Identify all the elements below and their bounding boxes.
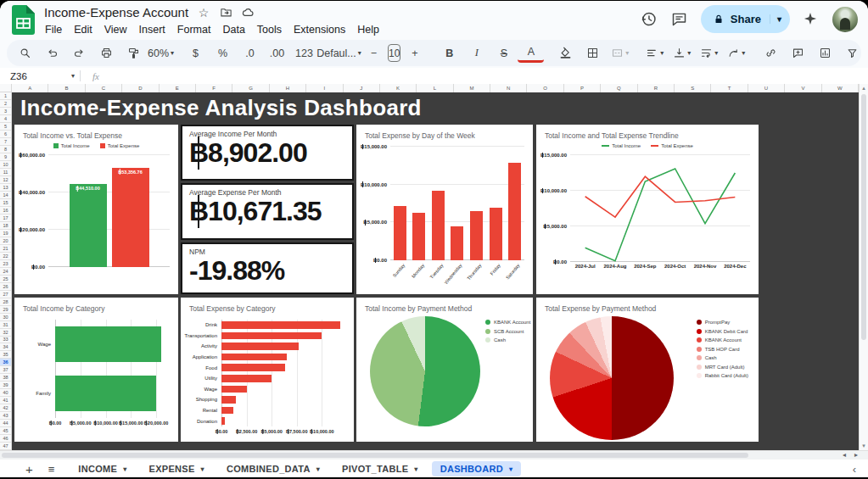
row-header-32[interactable]: 32 [0, 329, 11, 337]
row-header-46[interactable]: 46 [0, 435, 11, 443]
row-header-34[interactable]: 34 [0, 343, 11, 351]
fill-color-button[interactable] [552, 42, 579, 64]
borders-button[interactable] [580, 42, 606, 64]
column-header-N[interactable]: N [490, 84, 527, 92]
row-header-29[interactable]: 29 [0, 306, 11, 314]
column-header-M[interactable]: M [454, 84, 490, 92]
row-header-22[interactable]: 22 [0, 253, 11, 260]
column-header-W[interactable]: W [822, 84, 859, 92]
insert-comment-button[interactable] [785, 42, 811, 64]
caret-down-icon[interactable]: ▾ [123, 465, 126, 473]
row-header-41[interactable]: 41 [0, 397, 11, 404]
sheet-tab-expense[interactable]: EXPENSE▾ [141, 461, 213, 476]
row-header-14[interactable]: 14 [0, 192, 11, 199]
column-header-L[interactable]: L [417, 84, 453, 92]
column-header-A[interactable]: A [12, 84, 48, 92]
search-icon[interactable] [12, 42, 38, 64]
row-header-18[interactable]: 18 [0, 222, 11, 230]
more-formats-button[interactable]: 123 [291, 42, 317, 64]
row-header-20[interactable]: 20 [0, 237, 11, 245]
row-header-33[interactable]: 33 [0, 337, 11, 344]
menu-edit[interactable]: Edit [68, 21, 98, 38]
row-header-1[interactable]: 1 [0, 92, 11, 100]
horizontal-align-button[interactable]: ▾ [641, 42, 668, 64]
row-header-42[interactable]: 42 [0, 404, 11, 412]
filter-icon[interactable] [839, 42, 865, 64]
row-header-13[interactable]: 13 [0, 184, 11, 192]
column-header-K[interactable]: K [380, 84, 417, 92]
scroll-down-icon[interactable]: ▾ [860, 443, 868, 449]
increase-font-size-button[interactable]: + [401, 42, 428, 64]
scroll-left-icon[interactable]: ◂ [843, 451, 846, 460]
row-header-11[interactable]: 11 [0, 169, 11, 176]
text-color-button[interactable]: A [518, 44, 544, 63]
row-headers[interactable]: 1234567891011121314151617181920212223242… [0, 92, 12, 450]
share-dropdown[interactable]: ▾ [770, 14, 790, 24]
chart-income-by-category[interactable]: Total Income by CategoryB0.00B5,000.00B1… [14, 298, 178, 442]
column-header-U[interactable]: U [748, 84, 785, 92]
scroll-right-icon[interactable]: ▸ [854, 451, 858, 460]
row-header-2[interactable]: 2 [0, 100, 11, 108]
column-header-S[interactable]: S [675, 84, 711, 92]
row-header-3[interactable]: 3 [0, 108, 11, 115]
vertical-scrollbar[interactable]: ▴ ▾ [859, 84, 868, 450]
text-rotation-button[interactable]: ▾ [723, 42, 749, 64]
menu-tools[interactable]: Tools [251, 21, 288, 38]
column-header-F[interactable]: F [196, 84, 232, 92]
sheet-tab-combined_data[interactable]: COMBINED_DATA▾ [218, 461, 328, 476]
column-header-O[interactable]: O [527, 84, 563, 92]
menu-format[interactable]: Format [171, 21, 217, 38]
caret-down-icon[interactable]: ▾ [201, 465, 204, 473]
row-header-38[interactable]: 38 [0, 374, 11, 382]
row-header-16[interactable]: 16 [0, 207, 11, 214]
caret-down-icon[interactable]: ▾ [509, 465, 512, 473]
comment-history-icon[interactable] [670, 10, 689, 29]
spreadsheet-grid[interactable]: ABCDEFGHIJKLMNOPQRSTUVW 1234567891011121… [0, 84, 859, 450]
format-percent-button[interactable]: % [210, 42, 236, 64]
insert-link-button[interactable] [758, 42, 784, 64]
font-size-input[interactable]: 10 [388, 44, 400, 62]
kpi-average-income[interactable]: Average Income Per Month B8,902.00 [181, 125, 354, 181]
vertical-align-button[interactable]: ▾ [669, 42, 695, 64]
caret-down-icon[interactable]: ▾ [316, 465, 320, 473]
row-header-21[interactable]: 21 [0, 245, 11, 253]
column-header-V[interactable]: V [785, 84, 821, 92]
vertical-scroll-thumb[interactable] [861, 94, 866, 340]
row-header-45[interactable]: 45 [0, 427, 11, 435]
undo-icon[interactable] [39, 42, 65, 64]
share-button[interactable]: Share ▾ [701, 5, 790, 33]
sheet-tab-pivot_table[interactable]: PIVOT_TABLE▾ [333, 461, 427, 476]
insert-chart-button[interactable] [812, 42, 838, 64]
collapse-panel-icon[interactable]: ‹ [853, 463, 856, 476]
row-header-7[interactable]: 7 [0, 138, 11, 146]
caret-down-icon[interactable]: ▾ [414, 465, 417, 473]
chart-income-vs-expense[interactable]: Total Income vs. Total ExpenseTotal Inco… [14, 125, 178, 294]
column-header-E[interactable]: E [160, 84, 196, 92]
row-header-6[interactable]: 6 [0, 131, 11, 138]
italic-button[interactable]: I [463, 42, 490, 64]
row-header-12[interactable]: 12 [0, 176, 11, 184]
row-header-24[interactable]: 24 [0, 268, 11, 276]
decrease-decimal-button[interactable]: .0 [237, 42, 263, 64]
kpi-average-expense[interactable]: Average Expense Per Month B10,671.35 [181, 183, 354, 240]
chart-expense-by-category[interactable]: Total Expense by CategoryB0.00B2,500.00B… [181, 298, 354, 442]
row-header-40[interactable]: 40 [0, 389, 11, 397]
menu-file[interactable]: File [39, 21, 68, 38]
column-header-R[interactable]: R [638, 84, 675, 92]
star-icon[interactable]: ☆ [197, 6, 210, 19]
name-box[interactable]: Z36 ▾ [0, 71, 80, 81]
paint-format-icon[interactable] [120, 42, 147, 64]
horizontal-scrollbar[interactable]: ◂ ▸ [0, 450, 868, 460]
sheet-tab-dashboard[interactable]: DASHBOARD▾ [432, 461, 522, 476]
strikethrough-button[interactable]: S [490, 42, 517, 64]
font-select[interactable]: Defaul...▾ [326, 42, 352, 64]
row-header-30[interactable]: 30 [0, 314, 11, 321]
column-header-J[interactable]: J [344, 84, 380, 92]
row-header-28[interactable]: 28 [0, 298, 11, 306]
row-header-8[interactable]: 8 [0, 146, 11, 153]
row-header-47[interactable]: 47 [0, 443, 11, 450]
row-header-9[interactable]: 9 [0, 153, 11, 161]
row-header-44[interactable]: 44 [0, 420, 11, 427]
column-header-G[interactable]: G [232, 84, 269, 92]
row-header-31[interactable]: 31 [0, 321, 11, 329]
